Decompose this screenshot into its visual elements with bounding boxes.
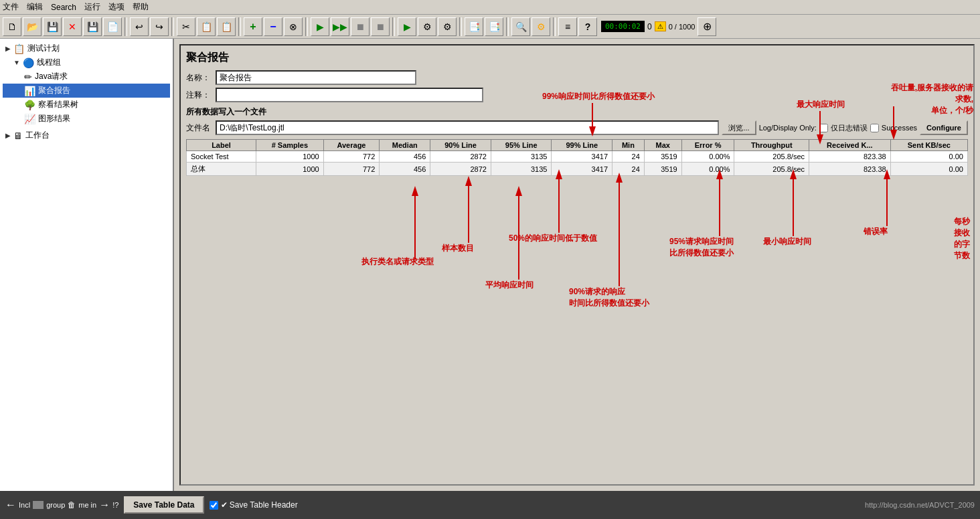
- right-arrow-icon: →: [99, 499, 110, 511]
- template1-button[interactable]: 📑: [465, 17, 483, 36]
- tree-item-java-request[interactable]: ✏ Java请求: [3, 70, 170, 84]
- sep7: [506, 17, 509, 36]
- table-cell: 1000: [256, 151, 324, 163]
- successes-checkbox[interactable]: [870, 124, 879, 132]
- ann-median: 50%的响应时间低于数值: [509, 233, 597, 244]
- timer-display: 00:00:02: [601, 21, 645, 32]
- nav-text2: group: [46, 501, 65, 509]
- tree-icon-thread-group: 🔵: [23, 58, 34, 68]
- template2-button[interactable]: 📑: [485, 17, 503, 36]
- tree-label-graph-results: 图形结果: [38, 113, 70, 124]
- expand-icon-thread-group: ▼: [13, 59, 20, 66]
- remote3-button[interactable]: ⚙: [438, 17, 457, 36]
- errors-checkbox[interactable]: [819, 124, 828, 132]
- table-cell: 205.8/sec: [734, 151, 809, 163]
- ann-samples: 样本数目: [442, 243, 474, 254]
- configure-button[interactable]: Configure: [920, 120, 968, 135]
- settings-button[interactable]: ⚙: [532, 17, 550, 36]
- cut-button[interactable]: ✂: [177, 17, 195, 36]
- remote1-button[interactable]: ▶: [398, 17, 416, 36]
- tree-icon-view-results: 🌳: [24, 100, 35, 110]
- svg-marker-13: [515, 186, 522, 196]
- tree-item-view-results[interactable]: 🌳 察看结果树: [3, 98, 170, 112]
- table-cell: 772: [323, 163, 380, 176]
- tree-label-view-results: 察看结果树: [38, 99, 78, 110]
- tree-icon-aggregate-report: 📊: [24, 86, 35, 96]
- tree-icon-workbench: 🖥: [13, 130, 23, 141]
- find-button[interactable]: 🔍: [511, 17, 530, 36]
- comment-label: 注释：: [186, 90, 213, 101]
- table-cell: 2872: [430, 163, 491, 176]
- group-icon: [33, 501, 44, 509]
- menu-file[interactable]: 文件: [3, 1, 19, 13]
- report-box: 聚合报告 名称： 注释： 所有数据写入一个文件 文件名 浏览... Log/Di…: [179, 44, 975, 486]
- menu-help[interactable]: 帮助: [133, 1, 149, 13]
- ann-95line: 95%请求响应时间比所得数值还要小: [669, 236, 734, 259]
- clear-button[interactable]: ⊗: [284, 17, 303, 36]
- table-cell: 3135: [491, 163, 552, 176]
- save2-button[interactable]: 💾: [83, 17, 102, 36]
- table-cell: 24: [612, 151, 645, 163]
- menu-run[interactable]: 运行: [84, 1, 100, 13]
- nav-text: Incl: [19, 501, 30, 509]
- tree-label-java-request: Java请求: [35, 71, 68, 82]
- svg-marker-9: [465, 176, 472, 186]
- table-cell: 456: [380, 151, 430, 163]
- col-min: Min: [612, 140, 645, 151]
- tree-item-graph-results[interactable]: 📈 图形结果: [3, 112, 170, 126]
- undo-button[interactable]: ↩: [130, 17, 149, 36]
- tree-item-workbench[interactable]: ▶ 🖥 工作台: [3, 128, 170, 142]
- menu-edit[interactable]: 编辑: [27, 1, 43, 13]
- open-button[interactable]: 📂: [23, 17, 42, 36]
- ann-average: 平均响应时间: [485, 280, 534, 291]
- new-button[interactable]: 🗋: [3, 17, 21, 36]
- errors-label: 仅日志错误: [831, 123, 868, 133]
- name-input[interactable]: [216, 70, 416, 85]
- add-button[interactable]: +: [244, 17, 262, 36]
- sep8: [553, 17, 556, 36]
- delete-button[interactable]: ✕: [63, 17, 82, 36]
- data-table: Label # Samples Average Median 90% Line …: [186, 139, 968, 176]
- ann-received-arrow: [977, 163, 980, 219]
- tree-item-aggregate-report[interactable]: 📊 聚合报告: [3, 84, 170, 98]
- copy-button[interactable]: 📋: [197, 17, 216, 36]
- run-all-button[interactable]: ▶▶: [331, 17, 349, 36]
- table-container: Label # Samples Average Median 90% Line …: [186, 139, 968, 176]
- ann-90line-arrow: [609, 166, 629, 290]
- table-row: Socket Test10007724562872313534172435190…: [187, 151, 968, 163]
- sep1: [125, 17, 127, 36]
- tree-item-thread-group[interactable]: ▼ 🔵 线程组: [3, 56, 170, 70]
- file-input[interactable]: [216, 120, 719, 135]
- save-button[interactable]: 💾: [43, 17, 62, 36]
- ann-samples-arrow: [459, 169, 479, 246]
- remote2-button[interactable]: ⚙: [418, 17, 436, 36]
- name-label: 名称：: [186, 72, 213, 84]
- save-table-button[interactable]: Save Table Data: [124, 496, 203, 514]
- browse-button[interactable]: 浏览...: [722, 120, 756, 135]
- successes-label: Successes: [882, 124, 917, 132]
- list-button[interactable]: ≡: [558, 17, 577, 36]
- minus-button[interactable]: −: [264, 17, 282, 36]
- table-cell: 3417: [552, 151, 612, 163]
- tree-label-test-plan: 测试计划: [27, 43, 60, 54]
- ann-average-arrow: [509, 179, 529, 283]
- help-button[interactable]: ?: [578, 17, 597, 36]
- stop-button[interactable]: ⏹: [351, 17, 370, 36]
- col-label: Label: [187, 140, 256, 151]
- sep4: [305, 17, 308, 36]
- col-median: Median: [380, 140, 430, 151]
- table-cell: 0.00: [890, 151, 967, 163]
- table-cell: 3519: [644, 151, 681, 163]
- save-header-checkbox[interactable]: [210, 501, 218, 510]
- comment-input[interactable]: [216, 88, 483, 102]
- redo-button[interactable]: ↪: [150, 17, 169, 36]
- menu-search[interactable]: Search: [51, 3, 76, 12]
- counter-button[interactable]: ⊕: [698, 17, 716, 36]
- menu-options[interactable]: 选项: [108, 1, 125, 13]
- tree-item-test-plan[interactable]: ▶ 📋 测试计划: [3, 41, 170, 56]
- script-button[interactable]: 📄: [103, 17, 122, 36]
- table-cell: 3417: [552, 163, 612, 176]
- run-button[interactable]: ▶: [311, 17, 329, 36]
- paste-button[interactable]: 📋: [217, 17, 236, 36]
- stop2-button[interactable]: ⏹: [371, 17, 390, 36]
